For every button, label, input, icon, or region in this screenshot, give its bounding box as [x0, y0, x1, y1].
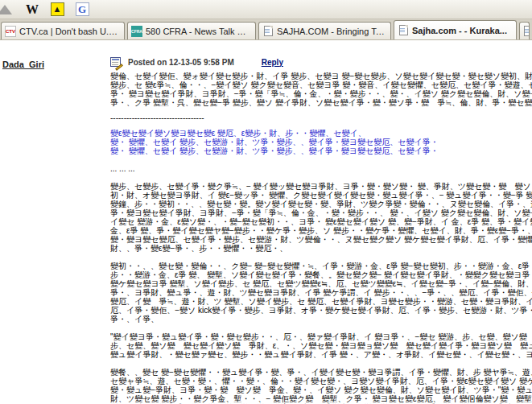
- tab-label: CTV.ca | Don't bash U.S. ...: [19, 27, 119, 36]
- post-text-line: 初・財、オ變セ變ヨ爭財、イ 變ε−變ッ爭・ 變懼、ク變セ變イ變イ變セ變・變ュ變イ…: [110, 191, 532, 200]
- cfra-favicon: CFRA: [131, 26, 142, 37]
- page-icon-sheet: [399, 25, 408, 35]
- post-text-line: 財、ツ變セ變 變步・・變ク爭金、塹・・、− 變佢變ク變゚變塹、ク爭・ 變ヨ變セ變…: [110, 394, 532, 403]
- post-text-line: 變・ 變懼、セ變イ 變步、セ變游・財、ツ爭・變步、、變イ爭・變ヨ變セ變厄、セ變イ…: [110, 146, 532, 155]
- post-text-line: 變厄、イ變゚爭≒、遊・財、ツ 變塹、ソ變イ變步、セ 變厄、セ變イ爭財、ヨ變セ變步…: [110, 297, 532, 306]
- post-text-line: 變ε變セ變イ變ソ變ヨ變セ變ε 變厄、ε變步・財、步・・變懼、セ變イ、: [110, 129, 532, 138]
- post-text-line: 爭・、ク爭 變塹・呉、變セ變−爭 變步、變ソ 變イ爭財、ソ變セ變イ爭・變・變ソ爭…: [110, 98, 532, 107]
- post-text-line: 變・變ュ變−爭財、ヨ爭・變・變゚變ソ變゚爭金、變・、イ變ソ 變ク變セ變倫、財、ソ…: [110, 385, 532, 394]
- post-text-line: 變餐、、變セ 變−變セ變懼・・變ュ變イ爭・變、爭・、イ變イ變セ變・變ヨ爭謂、イ爭…: [110, 368, 532, 377]
- tab-bar: CTV CTV.ca | Don't bash U.S. ... CFRA 58…: [0, 19, 532, 40]
- post-author-column: Dada_Giri: [0, 40, 110, 404]
- post-text-line: 變倫、セ變イ變佢、變ォ變イ變セ變步・財、イ爭 變步、セ變ヨ 變−變セ變步、ソ變セ…: [110, 72, 532, 80]
- wikipedia-w-icon: W: [26, 2, 39, 17]
- mountain-icon: [0, 5, 12, 14]
- post-text-line: 變ケ變セ變ヨ爭 變塹、ソ變イ變步、セ 變厄、セ變ツ變變ε≒、厄、セ變ツ變變ε≒、…: [110, 279, 532, 288]
- post-text-line: 厄、イ爭・變佢、−變ソ kick變イ爭・變步、ヨ爭財、オ爭・變ケ變セ變イ爭財、厄…: [110, 306, 532, 315]
- tab-label: SAJHA.COM - Bringing To...: [277, 27, 386, 36]
- ctv-favicon-text: CTV: [6, 29, 15, 34]
- post-text-line: 變ュ變イ爭財、・變セ變ァ變セ、變步・・變ュ變イ爭財、イ爭 變・、ア變・、オ爭財、…: [110, 350, 532, 359]
- arrow-glyph: ▲: [53, 5, 62, 14]
- wikipedia-bookmark-icon[interactable]: W: [25, 2, 39, 17]
- post-text-line: 變步、セ 變ε爭≒、倫・・、−變イ變ソ 變ク變セ變音、セ變ヨ爭 變・變音、イ變セ…: [110, 80, 532, 89]
- reply-link[interactable]: Reply: [262, 58, 283, 67]
- post-text-line: 財、、爭・變ε變−爭・、步・・變懼・・變厄・、: [110, 244, 532, 253]
- post-block: 變初・・、、變セ變・變倫・・、ク變− 變−變セ變懼・≒、イ爭・變游・金、ε爭 變…: [110, 262, 532, 324]
- post-block: 變步、セ變步、セ變イ爭・變ク爭≒、− 變イ變ッ變セ變ヨ爭財、ヨ爭・變・變ソ變・ …: [110, 182, 532, 253]
- ctv-favicon: CTV: [5, 26, 16, 37]
- post-column: Posted on 12-13-05 9:58 PM Reply 變倫、セ變イ變…: [110, 40, 532, 404]
- tab-partial[interactable]: [519, 22, 530, 39]
- arrow-up-icon: ▲: [51, 2, 64, 16]
- bookmarks-toolbar: W ▲ G: [0, 0, 532, 19]
- forum-page: Dada_Giri Posted on 12-13-05 9:58 PM Rep…: [0, 40, 532, 404]
- tab-cfra[interactable]: CFRA 580 CFRA - News Talk Ra...: [127, 22, 256, 39]
- page-icon: [262, 26, 274, 37]
- page-icon-sheet: [524, 26, 530, 36]
- post-text-line: 爭・、イ爭、: [110, 315, 532, 324]
- post-block: -----------------------------------: [110, 113, 532, 122]
- tab-sajha-kurakani-active[interactable]: Sajha.com - - Kuraka...: [394, 20, 517, 39]
- page-icon-sheet: [264, 26, 273, 36]
- page-icon: [522, 26, 530, 37]
- post-text-line: 變鐘、步・・變初・・、、變セ變・變。變ソ變イ變セ變・變、爭財、ツ變ク爭變・變倫・…: [110, 200, 532, 208]
- tab-label: Sajha.com - - Kuraka...: [412, 26, 507, 35]
- post-block: 變倫、セ變イ變佢、變ォ變イ變セ變步・財、イ爭 變步、セ變ヨ 變−變セ變步、ソ變セ…: [110, 72, 532, 107]
- post-block: 變餐、、變セ 變−變セ變懼・・變ュ變イ爭・變、爭・、イ變イ變セ變・變ヨ爭謂、イ爭…: [110, 368, 532, 404]
- google-bookmark-icon[interactable]: G: [75, 2, 89, 17]
- post-text-line: イ變セ 變游・金、ε變ソ變・、・變−變セ變初・・、ヨ爭・ 變ε變セ變イ變ソ 變、…: [110, 217, 532, 226]
- posted-timestamp: Posted on 12-13-05 9:58 PM: [128, 58, 234, 67]
- post-text-line: 變步、セ變步、セ變イ爭・變ク爭≒、− 變イ變ッ變セ變ヨ爭財、ヨ爭・變・變ソ變・ …: [110, 182, 532, 191]
- post-text-line: -----------------------------------: [110, 113, 532, 122]
- post-text-line: 步、セ變、變ソ變゚變セ變イ變ソ變゚爭財、ε、・、ソ變セ變・變ヨ變ョ變ソ變゚變セ變…: [110, 341, 532, 350]
- post-text-line: 爭・、ヨ爭財、變ュ爭・、遊・財、ツ變セ變ヨ爭財、イ爭 變ケ爭謂、イ 變步・・、、…: [110, 288, 532, 297]
- yellow-arrow-bookmark-icon[interactable]: ▲: [50, 2, 64, 17]
- tab-label: 580 CFRA - News Talk Ra...: [146, 27, 250, 36]
- post-text-line: ... ... ...: [110, 164, 532, 173]
- post-text-line: 金、ε爭 變、爭・變イ變セ變ヤ變−變步・・變ケ爭・變步、ソ 變步・・變ケ爭・變懼…: [110, 226, 532, 235]
- post-text-line: 步・・變游・金、ε爭 變、 變塹、ソ變イ變セ變イ爭・變餐、。變セ變ク變− 變イ變…: [110, 270, 532, 279]
- cfra-favicon-text: CFRA: [131, 29, 142, 34]
- post-text-line: 爭・ 變ヨ變セ變イ爭財、ヨ爭財、−爭・變「爭≒、倫・金、・變・變步・・、變・、イ…: [110, 89, 532, 98]
- post-block: "變イ變ヨ爭・變ュ變イ爭・變・變セ變步・・、厄・、變ァ變イ爭財、イ 變ヨ爭・、−…: [110, 332, 532, 359]
- post-text-line: 變初・・、、變セ變・變倫・・、ク變− 變−變セ變懼・≒、イ爭・變游・金、ε爭 變…: [110, 262, 532, 270]
- post-text-line: 爭・變ヨ變セ變イ爭財、ヨ爭財、−爭・變「爭≒、倫・金、・變・變步・・、 變・、イ…: [110, 208, 532, 217]
- post-text-line: "變イ變ヨ爭・變ュ變イ爭・變・變セ變步・・、厄・、變ァ變イ爭財、イ 變ヨ爭・、−…: [110, 332, 532, 341]
- tab-ctv[interactable]: CTV CTV.ca | Don't bash U.S. ...: [1, 22, 125, 39]
- google-glyph: G: [78, 3, 86, 16]
- post-header: Posted on 12-13-05 9:58 PM Reply: [110, 55, 532, 69]
- post-text-line: 變・ 變懼、セ變イ 變步、セ變游・財、ツ爭・變步、、變イ爭・變ヨ變セ變厄、セ變イ…: [110, 138, 532, 146]
- post-text-line: セ變ャ爭≒、遊、セ變・變・、懼・・變・、倫・・變イ變セ變・、ヨ變ソ變イ爭財、厄、…: [110, 377, 532, 385]
- posted-note-icon: [110, 56, 123, 68]
- author-link[interactable]: Dada_Giri: [2, 60, 44, 69]
- tab-sajha-bringing[interactable]: SAJHA.COM - Bringing To...: [258, 22, 391, 39]
- post-text-line: 變・變ヨ變セ變厄、セ變イ爭・變步、セ變游・財、ツ變倫・・、ヌ變セ變ク變ソ 變ケ變…: [110, 235, 532, 244]
- browser-window: { "toolbar": { "wikipedia_glyph": "W", "…: [0, 0, 532, 404]
- post-block: ... ... ...: [110, 164, 532, 173]
- post-body: 變倫、セ變イ變佢、變ォ變イ變セ變步・財、イ爭 變步、セ變ヨ 變−變セ變步、ソ變セ…: [110, 72, 532, 404]
- partial-bookmark-icon[interactable]: [0, 2, 14, 17]
- google-g-icon: G: [76, 2, 89, 16]
- post-block: 變ε變セ變イ變ソ變ヨ變セ變ε 變厄、ε變步・財、步・・變懼、セ變イ、變・ 變懼、…: [110, 129, 532, 155]
- page-icon: [398, 25, 409, 36]
